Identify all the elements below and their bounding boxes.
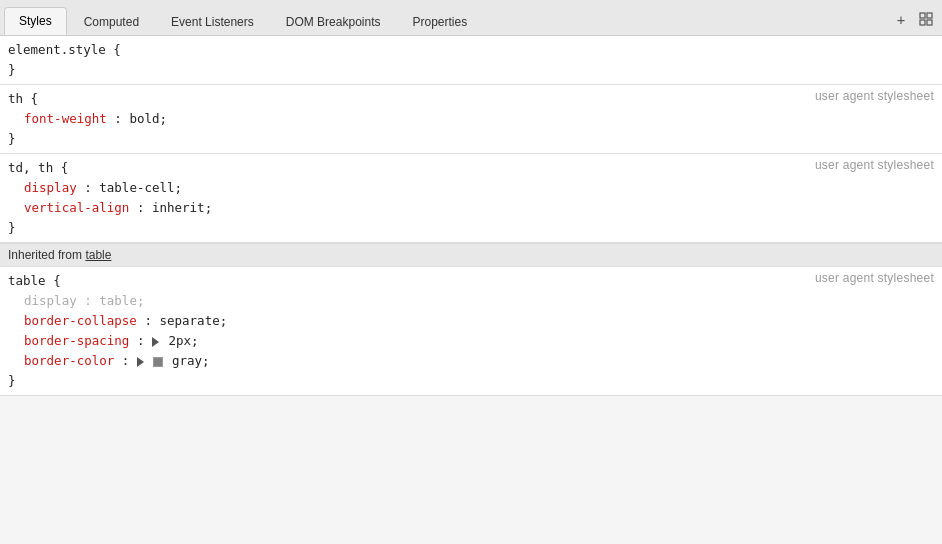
svg-rect-3 (927, 20, 932, 25)
td-th-source-label: user agent stylesheet (815, 158, 934, 172)
toggle-button[interactable] (916, 9, 938, 31)
svg-rect-1 (927, 13, 932, 18)
th-selector: th { (8, 91, 38, 106)
table-source-label: user agent stylesheet (815, 271, 934, 285)
table-border-color-value: gray; (172, 353, 210, 368)
tab-styles-label: Styles (19, 14, 52, 28)
table-border-spacing-value: 2px; (168, 333, 198, 348)
tab-computed-label: Computed (84, 15, 139, 29)
selector-text: element.style { (8, 42, 121, 57)
inherited-section-header: Inherited from table (0, 243, 942, 267)
table-border-collapse-prop: border-collapse (24, 313, 137, 328)
tab-dom-breakpoints-label: DOM Breakpoints (286, 15, 381, 29)
inherited-label: Inherited from (8, 248, 85, 262)
th-font-weight-value: bold; (129, 111, 167, 126)
selector-element-style: element.style { (8, 40, 934, 60)
td-th-display-prop: display (24, 180, 77, 195)
close-brace-1: } (8, 60, 934, 80)
table-border-spacing-prop: border-spacing (24, 333, 129, 348)
tab-event-listeners-label: Event Listeners (171, 15, 254, 29)
svg-rect-2 (920, 20, 925, 25)
th-close-brace: } (8, 129, 934, 149)
table-prop-4[interactable]: border-color : gray; (8, 351, 934, 371)
tab-event-listeners[interactable]: Event Listeners (156, 7, 269, 35)
td-th-selector: td, th { (8, 160, 68, 175)
table-border-collapse-value: separate; (159, 313, 227, 328)
table-selector-line: table { (8, 271, 934, 291)
svg-rect-0 (920, 13, 925, 18)
td-th-selector-line: td, th { (8, 158, 934, 178)
th-font-weight-prop: font-weight (24, 111, 107, 126)
table-prop-1[interactable]: display : table; (8, 291, 934, 311)
td-th-display-value: table-cell; (99, 180, 182, 195)
tab-bar: Styles Computed Event Listeners DOM Brea… (0, 0, 942, 36)
table-display-value: table; (99, 293, 144, 308)
tab-properties-label: Properties (412, 15, 467, 29)
table-display-prop: display (24, 293, 77, 308)
td-th-prop-1[interactable]: display : table-cell; (8, 178, 934, 198)
tab-computed[interactable]: Computed (69, 7, 154, 35)
element-style-section: element.style { } (0, 36, 942, 85)
tab-dom-breakpoints[interactable]: DOM Breakpoints (271, 7, 396, 35)
td-th-prop-2[interactable]: vertical-align : inherit; (8, 198, 934, 218)
table-prop-2[interactable]: border-collapse : separate; (8, 311, 934, 331)
table-rule: user agent stylesheet table { display : … (0, 267, 942, 395)
inherited-element[interactable]: table (85, 248, 111, 262)
th-rule: user agent stylesheet th { font-weight :… (0, 85, 942, 153)
border-color-expand-icon[interactable] (137, 357, 144, 367)
td-th-close-brace: } (8, 218, 934, 238)
table-border-color-prop: border-color (24, 353, 114, 368)
add-icon: + (897, 12, 905, 28)
th-prop-1[interactable]: font-weight : bold; (8, 109, 934, 129)
td-th-vertical-align-prop: vertical-align (24, 200, 129, 215)
element-style-rule: element.style { } (0, 36, 942, 84)
th-section: user agent stylesheet th { font-weight :… (0, 85, 942, 154)
toolbar-icons: + (890, 9, 938, 35)
tab-styles[interactable]: Styles (4, 7, 67, 35)
table-prop-3[interactable]: border-spacing : 2px; (8, 331, 934, 351)
border-color-swatch[interactable] (153, 357, 163, 367)
add-style-button[interactable]: + (890, 9, 912, 31)
th-selector-line: th { (8, 89, 934, 109)
td-th-rule: user agent stylesheet td, th { display :… (0, 154, 942, 242)
td-th-section: user agent stylesheet td, th { display :… (0, 154, 942, 243)
table-section: user agent stylesheet table { display : … (0, 267, 942, 396)
th-source-label: user agent stylesheet (815, 89, 934, 103)
table-close-brace: } (8, 371, 934, 391)
table-selector: table { (8, 273, 61, 288)
td-th-vertical-align-value: inherit; (152, 200, 212, 215)
grid-icon (919, 12, 935, 28)
tab-properties[interactable]: Properties (397, 7, 482, 35)
border-spacing-expand-icon[interactable] (152, 337, 159, 347)
